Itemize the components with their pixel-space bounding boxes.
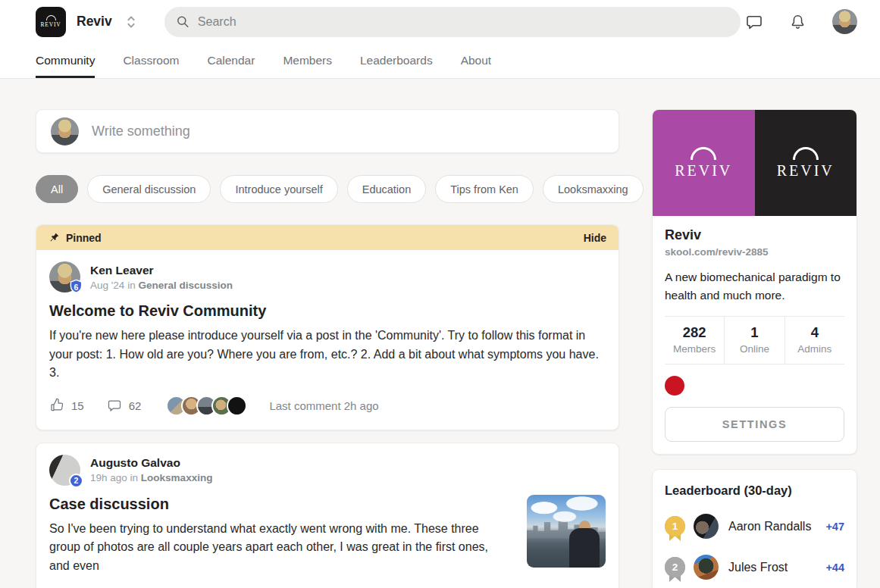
comment-count: 62: [129, 399, 142, 412]
stat-online[interactable]: 1 Online: [724, 317, 784, 364]
search-input[interactable]: [198, 15, 730, 29]
post-title[interactable]: Welcome to Reviv Community: [49, 302, 606, 320]
tab-leaderboards[interactable]: Leaderboards: [360, 43, 433, 78]
post-composer[interactable]: Write something: [36, 109, 619, 153]
speech-bubble-icon: [107, 398, 122, 413]
participant-avatar: [227, 396, 247, 416]
bell-icon: [789, 13, 806, 31]
logo-text: REVIV: [41, 21, 61, 28]
community-url[interactable]: skool.com/reviv-2885: [665, 246, 844, 258]
reviv-logo: REVIV: [675, 147, 732, 180]
nav-tabs: Community Classroom Calendar Members Lea…: [0, 43, 880, 78]
person-graphic: [569, 528, 600, 568]
thumbs-up-icon: [49, 398, 64, 413]
post-text: So I've been trying to understand what e…: [49, 520, 510, 576]
member-avatar: [694, 555, 719, 580]
author-name[interactable]: Ken Leaver: [90, 264, 233, 277]
post-meta: 19h ago in Looksmaxxing: [90, 472, 212, 483]
post-content: 6 Ken Leaver Aug '24 in General discussi…: [36, 250, 619, 430]
community-banner-image[interactable]: REVIV REVIV: [653, 110, 857, 216]
community-switcher-button[interactable]: [123, 12, 139, 32]
filter-pill-education[interactable]: Education: [347, 175, 427, 203]
post-meta: Aug '24 in General discussion: [90, 280, 233, 291]
filter-pill-tips-from-ken[interactable]: Tips from Ken: [435, 175, 534, 203]
rank-1-badge: 1: [665, 516, 685, 536]
member-name: Jules Frost: [728, 561, 788, 574]
member-points: +44: [825, 561, 844, 574]
post-text-column: Case discussion So I've been trying to u…: [49, 486, 510, 576]
filter-pill-general-discussion[interactable]: General discussion: [87, 175, 211, 203]
search-icon: [175, 14, 190, 30]
filter-pill-all[interactable]: All: [36, 175, 78, 203]
admin-avatar[interactable]: [665, 376, 684, 396]
reviv-logo: REVIV: [777, 147, 835, 180]
like-count: 15: [71, 399, 84, 412]
banner-right-panel: REVIV: [755, 110, 857, 216]
post-category[interactable]: General discussion: [138, 280, 233, 291]
reviv-arc-icon: [691, 147, 716, 160]
post-category[interactable]: Looksmaxxing: [141, 472, 213, 483]
banner-left-panel: REVIV: [653, 110, 755, 216]
post-text: If you're new here please introduce your…: [49, 327, 606, 383]
tab-community[interactable]: Community: [36, 43, 95, 78]
leaderboard-row[interactable]: 2 Jules Frost +44: [665, 555, 844, 580]
composer-placeholder: Write something: [92, 124, 190, 139]
in-label: in: [127, 280, 136, 291]
user-avatar[interactable]: [832, 9, 857, 34]
comment-button[interactable]: 62: [107, 398, 142, 413]
reviv-arc-icon: [793, 147, 819, 160]
post-time: 19h ago: [90, 472, 127, 483]
category-filter-row: All General discussion Introduce yoursel…: [36, 175, 619, 203]
search-bar[interactable]: [164, 7, 741, 37]
speech-bubble-icon: [745, 13, 763, 31]
tab-members[interactable]: Members: [283, 43, 332, 78]
leaderboard-row[interactable]: 1 Aaron Randalls +47: [665, 514, 844, 539]
post-thumbnail-image[interactable]: [527, 495, 606, 568]
post-author-row: 2 Augusto Galvao 19h ago in Looksmaxxing: [49, 455, 606, 486]
tab-about[interactable]: About: [461, 43, 492, 78]
filter-pill-introduce-yourself[interactable]: Introduce yourself: [220, 175, 337, 203]
author-name[interactable]: Augusto Galvao: [90, 456, 212, 470]
post-content-row: Case discussion So I've been trying to u…: [49, 486, 606, 576]
pinned-banner: Pinned Hide: [36, 225, 619, 250]
community-logo[interactable]: REVIV: [36, 7, 66, 37]
settings-button[interactable]: SETTINGS: [665, 407, 844, 442]
author-avatar[interactable]: 2: [49, 455, 80, 486]
member-name: Aaron Randalls: [728, 520, 811, 533]
tab-calendar[interactable]: Calendar: [207, 43, 255, 78]
hide-button[interactable]: Hide: [584, 232, 606, 244]
last-comment-time: Last comment 2h ago: [269, 399, 378, 412]
post-footer: 15 62 Last commen: [49, 396, 606, 416]
in-label: in: [130, 472, 139, 483]
post-card[interactable]: 2 Augusto Galvao 19h ago in Looksmaxxing: [36, 443, 619, 588]
community-name[interactable]: Reviv: [77, 14, 112, 30]
chevron-up-down-icon: [123, 12, 139, 32]
like-button[interactable]: 15: [49, 398, 84, 413]
pushpin-icon: [49, 232, 60, 243]
rank-2-badge: 2: [665, 557, 685, 577]
community-name[interactable]: Reviv: [665, 227, 844, 243]
reviv-arc-icon: [46, 15, 56, 20]
community-description: A new biomechanical paradigm to health a…: [665, 268, 844, 305]
filter-pill-looksmaxxing[interactable]: Looksmaxxing: [543, 175, 644, 203]
tab-classroom[interactable]: Classroom: [123, 43, 179, 78]
top-bar: REVIV Reviv: [0, 0, 880, 43]
leaderboard-card: Leaderboard (30-day) 1 Aaron Randalls +4…: [652, 469, 857, 588]
user-avatar: [51, 117, 79, 145]
author-meta: Ken Leaver Aug '24 in General discussion: [90, 264, 233, 291]
member-points: +47: [825, 521, 844, 533]
app-header: REVIV Reviv: [0, 0, 880, 79]
level-badge-shield: 6: [69, 279, 83, 295]
post-content: 2 Augusto Galvao 19h ago in Looksmaxxing: [36, 443, 619, 588]
post-card-pinned[interactable]: Pinned Hide 6 Ken Leaver: [36, 224, 619, 430]
post-title[interactable]: Case discussion: [49, 496, 510, 513]
stat-members[interactable]: 282 Members: [665, 317, 724, 364]
pinned-label: Pinned: [66, 232, 102, 244]
header-actions: [745, 9, 857, 34]
notifications-button[interactable]: [789, 13, 806, 31]
chat-button[interactable]: [745, 13, 763, 31]
member-avatar: [694, 514, 719, 539]
post-time: Aug '24: [90, 280, 124, 291]
author-avatar[interactable]: 6: [49, 261, 80, 292]
stat-admins[interactable]: 4 Admins: [784, 317, 844, 364]
